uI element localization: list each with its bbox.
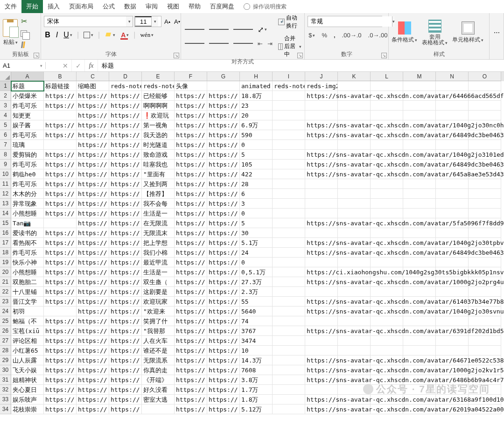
cell[interactable]: [273, 375, 305, 385]
cell[interactable]: [469, 209, 501, 218]
cell[interactable]: https://: [109, 258, 142, 267]
cell[interactable]: https://: [109, 385, 142, 395]
cell[interactable]: https://: [175, 287, 207, 297]
cell[interactable]: 2.3万: [240, 287, 273, 297]
cell-styles-button[interactable]: 单元格样式: [452, 21, 483, 44]
cell[interactable]: 无限流系: [142, 355, 175, 365]
cell[interactable]: [338, 385, 371, 395]
cell[interactable]: https://: [207, 395, 240, 404]
cell[interactable]: https://: [77, 297, 109, 307]
menu-tab-0[interactable]: 文件: [0, 0, 21, 13]
col-header[interactable]: I: [273, 72, 305, 81]
cell[interactable]: 快乐小神: [11, 258, 44, 267]
cell[interactable]: [305, 336, 338, 346]
cell[interactable]: [273, 130, 305, 140]
cell[interactable]: https://sns-avatar-qc.xhscdn.com/avatar/…: [305, 307, 338, 316]
cell[interactable]: https://: [175, 404, 207, 414]
cell[interactable]: 炸毛可乐: [11, 101, 44, 111]
cell[interactable]: https://: [109, 326, 142, 336]
cell[interactable]: https://: [207, 385, 240, 395]
col-header[interactable]: L: [371, 72, 403, 81]
grow-font-button[interactable]: A▴: [163, 17, 171, 26]
cell[interactable]: [403, 101, 436, 111]
cell[interactable]: https://: [109, 297, 142, 307]
cell[interactable]: [305, 258, 338, 267]
cell[interactable]: https://: [109, 307, 142, 316]
cell[interactable]: https://: [207, 258, 240, 267]
cell[interactable]: 10: [240, 346, 273, 355]
row-header[interactable]: 29: [0, 355, 11, 365]
row-header[interactable]: 28: [0, 346, 11, 355]
cell[interactable]: reds-note: [273, 81, 305, 91]
cell[interactable]: 我不会每: [142, 199, 175, 209]
cell[interactable]: https://: [175, 189, 207, 199]
cell[interactable]: [371, 189, 403, 199]
cell[interactable]: https://: [175, 228, 207, 238]
cell[interactable]: https://: [175, 160, 207, 169]
cell[interactable]: https://: [44, 169, 77, 179]
cell[interactable]: https://: [77, 150, 109, 160]
cell[interactable]: https://: [77, 258, 109, 267]
cell[interactable]: https://: [109, 336, 142, 346]
cell[interactable]: [305, 101, 338, 111]
cell[interactable]: https://: [44, 189, 77, 199]
cell[interactable]: 18.8万: [240, 91, 273, 101]
cell[interactable]: 20: [240, 111, 273, 120]
row-header[interactable]: 24: [0, 307, 11, 316]
align-right-button[interactable]: [232, 39, 254, 49]
cell[interactable]: https://sns-avatar-qc.xhscdn.com/avatar/…: [305, 404, 338, 414]
row-header[interactable]: 11: [0, 179, 11, 189]
cell[interactable]: https://: [109, 130, 142, 140]
dialog-launcher[interactable]: ↘: [297, 53, 303, 58]
cell[interactable]: [338, 336, 371, 346]
italic-button[interactable]: I: [55, 30, 59, 40]
cell[interactable]: https://sns-avatar-qc.xhscdn.com/avatar/…: [305, 130, 338, 140]
cell[interactable]: [403, 81, 436, 91]
cell[interactable]: https://: [175, 336, 207, 346]
cell[interactable]: https://: [175, 199, 207, 209]
row-header[interactable]: 5: [0, 120, 11, 130]
cell[interactable]: [436, 111, 469, 120]
cell[interactable]: 双胞胎二: [11, 277, 44, 287]
cell[interactable]: 这剧要是: [142, 287, 175, 297]
cell[interactable]: https://: [207, 228, 240, 238]
cell[interactable]: [273, 111, 305, 120]
cell[interactable]: [207, 81, 240, 91]
cell[interactable]: https://sns-avatar-qc.xhscdn.com/avatar/…: [305, 326, 338, 336]
cell[interactable]: [273, 189, 305, 199]
cell[interactable]: 我们小棉: [142, 248, 175, 258]
cell[interactable]: 鹤临he0: [11, 169, 44, 179]
underline-button[interactable]: U: [63, 30, 73, 40]
cell[interactable]: 时光隧道: [142, 140, 175, 150]
cell[interactable]: [305, 189, 338, 199]
cell[interactable]: https://: [109, 150, 142, 160]
col-header[interactable]: G: [207, 72, 240, 81]
cell[interactable]: [469, 179, 501, 189]
cell[interactable]: [338, 228, 371, 238]
tell-me-search[interactable]: 操作说明搜索: [244, 3, 287, 11]
cell[interactable]: [338, 316, 371, 326]
row-header[interactable]: 9: [0, 160, 11, 169]
cell[interactable]: [403, 258, 436, 267]
cell[interactable]: https://: [44, 287, 77, 297]
cell[interactable]: 琉璃: [11, 140, 44, 150]
cell[interactable]: 422: [240, 169, 273, 179]
cell[interactable]: [469, 316, 501, 326]
cell[interactable]: [403, 140, 436, 150]
column-headers[interactable]: ABCDEFGHIJKLMNO: [11, 72, 504, 81]
cell[interactable]: 看热闹不: [11, 238, 44, 248]
cell[interactable]: [273, 326, 305, 336]
cancel-button[interactable]: ✕: [59, 60, 72, 71]
cell[interactable]: [469, 336, 501, 346]
cell[interactable]: https://: [44, 326, 77, 336]
cell[interactable]: https://: [109, 199, 142, 209]
cell[interactable]: https://: [109, 189, 142, 199]
cell[interactable]: [305, 140, 338, 150]
cell[interactable]: [403, 209, 436, 218]
cell[interactable]: https://: [44, 91, 77, 101]
dialog-launcher[interactable]: ↘: [34, 53, 39, 58]
cell[interactable]: 3.8万: [240, 375, 273, 385]
row-header[interactable]: 17: [0, 238, 11, 248]
cell[interactable]: https://: [44, 375, 77, 385]
cell[interactable]: [436, 346, 469, 355]
